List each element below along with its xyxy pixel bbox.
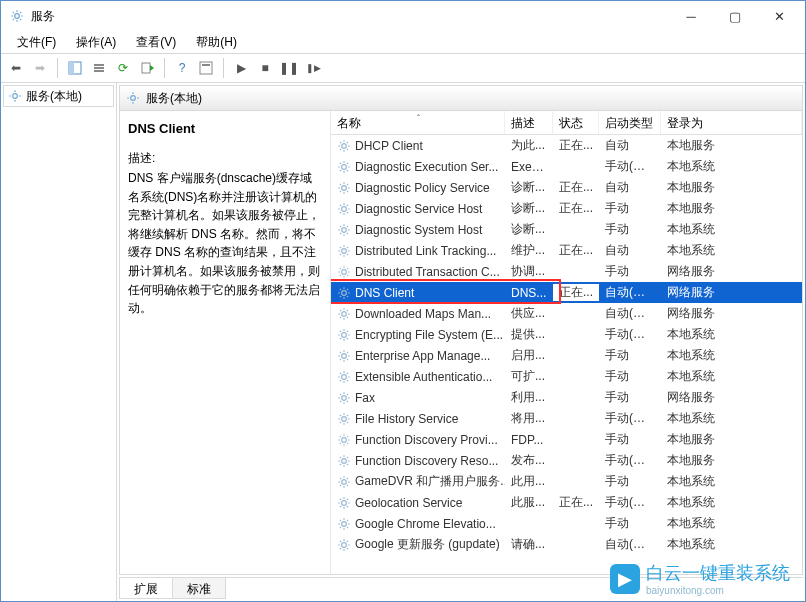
gear-icon bbox=[337, 244, 351, 258]
forward-button[interactable]: ➡ bbox=[29, 57, 51, 79]
table-row[interactable]: Distributed Transaction C...协调...手动网络服务 bbox=[331, 261, 802, 282]
menu-action[interactable]: 操作(A) bbox=[66, 31, 126, 53]
svg-point-30 bbox=[342, 542, 347, 547]
cell-start: 手动(触发... bbox=[599, 158, 661, 175]
col-start[interactable]: 启动类型 bbox=[599, 111, 661, 134]
cell-name: DHCP Client bbox=[355, 139, 423, 153]
cell-desc: 将用... bbox=[505, 410, 553, 427]
cell-start: 自动(延迟... bbox=[599, 305, 661, 322]
cell-name: DNS Client bbox=[355, 286, 414, 300]
svg-point-24 bbox=[342, 416, 347, 421]
refresh-button[interactable]: ⟳ bbox=[112, 57, 134, 79]
tree-root-label: 服务(本地) bbox=[26, 88, 82, 105]
stop-button[interactable]: ■ bbox=[254, 57, 276, 79]
cell-start: 自动 bbox=[599, 137, 661, 154]
cell-status: 正在... bbox=[553, 179, 599, 196]
col-status[interactable]: 状态 bbox=[553, 111, 599, 134]
maximize-button[interactable]: ▢ bbox=[713, 2, 757, 30]
watermark-logo: ▶ bbox=[610, 564, 640, 594]
svg-point-19 bbox=[342, 311, 347, 316]
cell-name: Encrypting File System (E... bbox=[355, 328, 503, 342]
pause-button[interactable]: ❚❚ bbox=[278, 57, 300, 79]
cell-start: 自动(触发... bbox=[599, 284, 661, 301]
cell-logon: 本地系统 bbox=[661, 515, 802, 532]
table-row[interactable]: Extensible Authenticatio...可扩...手动本地系统 bbox=[331, 366, 802, 387]
cell-start: 手动 bbox=[599, 221, 661, 238]
table-row[interactable]: Google Chrome Elevatio...手动本地系统 bbox=[331, 513, 802, 534]
tree-root[interactable]: 服务(本地) bbox=[3, 85, 114, 107]
right-panel: 服务(本地) DNS Client 描述: DNS 客户端服务(dnscache… bbox=[117, 83, 805, 601]
table-row[interactable]: Distributed Link Tracking...维护...正在...自动… bbox=[331, 240, 802, 261]
tab-standard[interactable]: 标准 bbox=[172, 578, 226, 599]
export-button[interactable] bbox=[136, 57, 158, 79]
svg-rect-5 bbox=[94, 70, 104, 72]
svg-point-28 bbox=[342, 500, 347, 505]
table-row[interactable]: Function Discovery Reso...发布...手动(触发...本… bbox=[331, 450, 802, 471]
cell-name: Geolocation Service bbox=[355, 496, 462, 510]
cell-name: Diagnostic Policy Service bbox=[355, 181, 490, 195]
gear-icon bbox=[337, 454, 351, 468]
panel-header: 服务(本地) bbox=[119, 85, 803, 111]
cell-logon: 本地系统 bbox=[661, 536, 802, 553]
cell-status: 正在... bbox=[553, 242, 599, 259]
table-row[interactable]: GameDVR 和广播用户服务...此用...手动本地系统 bbox=[331, 471, 802, 492]
gear-icon bbox=[337, 202, 351, 216]
table-row[interactable]: Downloaded Maps Man...供应...自动(延迟...网络服务 bbox=[331, 303, 802, 324]
gear-icon bbox=[337, 391, 351, 405]
restart-button[interactable]: ❚▶ bbox=[302, 57, 324, 79]
table-row[interactable]: Diagnostic Service Host诊断...正在...手动本地服务 bbox=[331, 198, 802, 219]
close-button[interactable]: ✕ bbox=[757, 2, 801, 30]
titlebar[interactable]: 服务 ─ ▢ ✕ bbox=[1, 1, 805, 31]
cell-desc: FDP... bbox=[505, 433, 553, 447]
cell-name: Diagnostic System Host bbox=[355, 223, 482, 237]
cell-name: Enterprise App Manage... bbox=[355, 349, 490, 363]
menu-view[interactable]: 查看(V) bbox=[126, 31, 186, 53]
cell-name: GameDVR 和广播用户服务... bbox=[355, 473, 505, 490]
svg-point-10 bbox=[131, 96, 136, 101]
svg-point-17 bbox=[342, 269, 347, 274]
properties-button[interactable] bbox=[195, 57, 217, 79]
cell-start: 手动 bbox=[599, 263, 661, 280]
cell-name: Google Chrome Elevatio... bbox=[355, 517, 496, 531]
cell-name: Function Discovery Provi... bbox=[355, 433, 498, 447]
cell-logon: 本地系统 bbox=[661, 326, 802, 343]
menu-help[interactable]: 帮助(H) bbox=[186, 31, 247, 53]
table-row[interactable]: File History Service将用...手动(触发...本地系统 bbox=[331, 408, 802, 429]
table-row[interactable]: Encrypting File System (E...提供...手动(触发..… bbox=[331, 324, 802, 345]
tab-extended[interactable]: 扩展 bbox=[119, 578, 173, 599]
help-button[interactable]: ? bbox=[171, 57, 193, 79]
table-row[interactable]: Enterprise App Manage...启用...手动本地系统 bbox=[331, 345, 802, 366]
list-rows[interactable]: DHCP Client为此...正在...自动本地服务Diagnostic Ex… bbox=[331, 135, 802, 575]
table-row[interactable]: DNS ClientDNS...正在...自动(触发...网络服务 bbox=[331, 282, 802, 303]
menubar: 文件(F) 操作(A) 查看(V) 帮助(H) bbox=[1, 31, 805, 53]
gear-icon bbox=[8, 89, 22, 103]
cell-desc: 为此... bbox=[505, 137, 553, 154]
table-row[interactable]: Diagnostic System Host诊断...手动本地系统 bbox=[331, 219, 802, 240]
split-body: DNS Client 描述: DNS 客户端服务(dnscache)缓存域名系统… bbox=[119, 111, 803, 575]
menu-file[interactable]: 文件(F) bbox=[7, 31, 66, 53]
cell-logon: 本地服务 bbox=[661, 431, 802, 448]
table-row[interactable]: Geolocation Service此服...正在...手动(触发...本地系… bbox=[331, 492, 802, 513]
cell-logon: 本地系统 bbox=[661, 221, 802, 238]
cell-start: 手动 bbox=[599, 347, 661, 364]
show-hide-tree-button[interactable] bbox=[64, 57, 86, 79]
properties-icon[interactable] bbox=[88, 57, 110, 79]
cell-name: Downloaded Maps Man... bbox=[355, 307, 491, 321]
gear-icon bbox=[337, 475, 351, 489]
svg-point-27 bbox=[342, 479, 347, 484]
col-desc[interactable]: 描述 bbox=[505, 111, 553, 134]
table-row[interactable]: Diagnostic Policy Service诊断...正在...自动本地服… bbox=[331, 177, 802, 198]
gear-icon bbox=[337, 307, 351, 321]
table-row[interactable]: Google 更新服务 (gupdate)请确...自动(延迟...本地系统 bbox=[331, 534, 802, 555]
back-button[interactable]: ⬅ bbox=[5, 57, 27, 79]
table-row[interactable]: Diagnostic Execution Ser...Exec...手动(触发.… bbox=[331, 156, 802, 177]
play-button[interactable]: ▶ bbox=[230, 57, 252, 79]
watermark-sub: baiyunxitong.com bbox=[646, 585, 790, 596]
minimize-button[interactable]: ─ bbox=[669, 2, 713, 30]
svg-point-16 bbox=[342, 248, 347, 253]
table-row[interactable]: Function Discovery Provi...FDP...手动本地服务 bbox=[331, 429, 802, 450]
table-row[interactable]: Fax利用...手动网络服务 bbox=[331, 387, 802, 408]
table-row[interactable]: DHCP Client为此...正在...自动本地服务 bbox=[331, 135, 802, 156]
cell-desc: 可扩... bbox=[505, 368, 553, 385]
col-logon[interactable]: 登录为 bbox=[661, 111, 802, 134]
